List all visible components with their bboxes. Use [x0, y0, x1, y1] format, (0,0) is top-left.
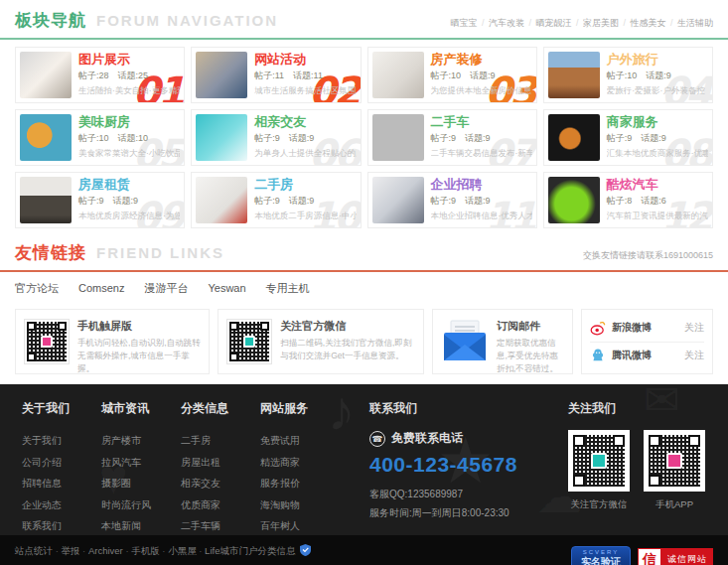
- forum-nav-top-links: 晒宝宝汽车改装晒宠靓汪家居美图性感美女生活辅助: [450, 17, 713, 30]
- forum-card[interactable]: 酷炫汽车 帖子:8话题:6 汽车前卫资讯提供最新的汽车 12: [543, 172, 713, 228]
- footer-link[interactable]: 关于我们: [22, 430, 101, 452]
- footer-link[interactable]: 相亲交友: [181, 473, 260, 494]
- mobile-version-box[interactable]: 手机触屏版 手机访问轻松,自动识别,自动跳转无需额外操作,城市信息一手掌握。: [15, 309, 210, 374]
- friend-link[interactable]: 漫游平台: [144, 282, 188, 294]
- friend-link[interactable]: Comsenz: [78, 282, 124, 294]
- forum-card-title[interactable]: 相亲交友: [254, 114, 356, 130]
- footer-link[interactable]: 时尚流行风: [101, 494, 181, 516]
- forum-card[interactable]: 房产装修 帖子:10话题:9 为您提供本地全新房价信息 03: [367, 47, 537, 103]
- app-footer-qr-logo: [666, 453, 682, 469]
- bottom-link[interactable]: 举报: [53, 545, 79, 556]
- forum-card[interactable]: 房屋租赁 帖子:9话题:9 本地优质房源经济信息·为您推荐 09: [15, 172, 185, 228]
- forum-card-posts-count: 帖子:10: [431, 71, 462, 80]
- info-boxes: 手机触屏版 手机访问轻松,自动识别,自动跳转无需额外操作,城市信息一手掌握。 关…: [15, 309, 713, 374]
- bottom-link[interactable]: Archiver: [79, 545, 122, 556]
- footer-columns: 关于我们 关于我们公司介绍招聘信息企业动态联系我们 城市资讯 房产楼市拉风汽车摄…: [22, 400, 340, 535]
- forum-card-topics-count: 话题:9: [289, 196, 315, 206]
- forum-card[interactable]: 美味厨房 帖子:10话题:10 美食家常菜谱大全·小吃饮品 05: [15, 109, 185, 166]
- forum-card-stats: 帖子:10话题:9: [607, 70, 705, 82]
- footer-link[interactable]: 招聘信息: [22, 473, 101, 494]
- footer-column-heading: 分类信息: [181, 400, 260, 417]
- footer-link[interactable]: 房产楼市: [101, 430, 181, 452]
- forum-card-title[interactable]: 房屋租赁: [78, 177, 180, 193]
- forum-card[interactable]: 户外旅行 帖子:10话题:9 爱旅行·爱摄影·户外装备控 04: [543, 47, 713, 103]
- forum-card-title[interactable]: 二手车: [431, 114, 532, 130]
- sina-weibo-follow-link[interactable]: 关注: [684, 321, 704, 335]
- sina-weibo-row[interactable]: 新浪微博 关注: [590, 314, 704, 342]
- forum-card[interactable]: 相亲交友 帖子:9话题:9 为单身人士提供全程贴心的服务 06: [191, 109, 361, 166]
- forum-card-thumbnail: [548, 177, 600, 223]
- forum-card-thumbnail: [372, 52, 424, 98]
- footer-link[interactable]: 服务报价: [260, 473, 340, 494]
- forum-card[interactable]: 网站活动 帖子:11话题:11 城市生活服务搞活社区氛围 02: [191, 47, 361, 103]
- forum-card-thumbnail: [548, 52, 600, 98]
- forum-card-description: 汇集本地优质商家服务·优惠信息: [607, 148, 708, 160]
- forum-card-posts-count: 帖子:9: [254, 196, 280, 206]
- bottom-link[interactable]: 小黑屋: [160, 545, 197, 556]
- footer-link[interactable]: 二手房: [181, 430, 260, 452]
- nav-top-link[interactable]: 家居美图: [571, 18, 619, 28]
- forum-card-stats: 帖子:9话题:9: [431, 132, 532, 145]
- wechat-box[interactable]: 关注官方微信 扫描二维码,关注我们官方微信,即刻与我们交流并Get一手信息资源。: [218, 309, 424, 374]
- tencent-weibo-label[interactable]: 腾讯微博: [612, 349, 652, 362]
- forum-card[interactable]: 企业招聘 帖子:9话题:9 本地企业招聘信息·优秀人才 11: [367, 172, 537, 228]
- bottom-link[interactable]: Life城市门户分类信息: [197, 545, 296, 556]
- footer-link[interactable]: 海淘购物: [260, 494, 340, 516]
- tencent-weibo-icon: [590, 348, 606, 363]
- tencent-weibo-row[interactable]: 腾讯微博 关注: [590, 342, 704, 370]
- shield-icon: [300, 544, 311, 556]
- friend-link[interactable]: 专用主机: [266, 282, 310, 294]
- bottom-link[interactable]: 手机版: [123, 545, 160, 556]
- forum-card-posts-count: 帖子:28: [78, 71, 109, 80]
- footer-column: 网站服务 免费试用精选商家服务报价海淘购物百年树人: [260, 400, 340, 535]
- forum-card[interactable]: 二手房 帖子:9话题:9 本地优质二手房源信息·中小户型 10: [191, 172, 361, 228]
- footer-link[interactable]: 优质商家: [181, 494, 260, 516]
- forum-card-title[interactable]: 二手房: [254, 177, 356, 193]
- nav-top-link[interactable]: 汽车改装: [477, 18, 524, 28]
- friend-link[interactable]: Yeswan: [208, 282, 245, 294]
- weibo-box: 新浪微博 关注 腾讯微博 关注: [581, 309, 713, 374]
- nav-top-link[interactable]: 晒宠靓汪: [524, 18, 572, 28]
- forum-card-title[interactable]: 图片展示: [78, 52, 180, 68]
- sina-weibo-label[interactable]: 新浪微博: [612, 321, 652, 335]
- footer-link[interactable]: 企业动态: [22, 494, 101, 516]
- footer-link[interactable]: 拉风汽车: [101, 452, 181, 474]
- forum-card-title[interactable]: 户外旅行: [607, 52, 705, 68]
- nav-top-link[interactable]: 性感美女: [619, 18, 666, 28]
- friend-links-note: 交换友情链接请联系1691000615: [583, 249, 713, 262]
- forum-card-description: 生活随拍·美女自拍·更多精彩: [78, 85, 180, 97]
- footer-link[interactable]: 百年树人: [260, 515, 340, 535]
- nav-top-link[interactable]: 晒宝宝: [450, 18, 477, 28]
- trust-site-badge[interactable]: 信 诚信网站: [638, 548, 713, 565]
- footer-link[interactable]: 摄影圈: [101, 473, 181, 494]
- footer-link[interactable]: 联系我们: [22, 515, 101, 535]
- footer-contact-section: 联系我们 ☎ 免费联系电话 400-123-45678 客服QQ:1235689…: [369, 400, 568, 535]
- mail-subscribe-box[interactable]: 订阅邮件 定期获取优惠信息,享受优先特惠折扣,不容错过。: [432, 309, 573, 374]
- forum-card-thumbnail: [372, 114, 424, 161]
- footer-link[interactable]: 房屋出租: [181, 452, 260, 474]
- footer-follow-heading: 关注我们: [568, 400, 727, 417]
- bottom-link[interactable]: 站点统计: [15, 545, 53, 556]
- footer-link[interactable]: 精选商家: [260, 452, 340, 474]
- forum-card-title[interactable]: 房产装修: [431, 52, 532, 68]
- forum-card-posts-count: 帖子:9: [254, 133, 280, 143]
- footer-link[interactable]: 免费试用: [260, 430, 340, 452]
- forum-card-title[interactable]: 酷炫汽车: [607, 177, 708, 193]
- realname-verify-badge[interactable]: SCVERY 实名验证: [571, 546, 631, 565]
- forum-card[interactable]: 图片展示 帖子:28话题:25 生活随拍·美女自拍·更多精彩 01: [15, 47, 185, 103]
- footer-link[interactable]: 公司介绍: [22, 452, 101, 474]
- forum-card-title[interactable]: 企业招聘: [431, 177, 532, 193]
- bottom-links: 站点统计举报Archiver手机版小黑屋Life城市门户分类信息: [15, 542, 311, 559]
- forum-card[interactable]: 二手车 帖子:9话题:9 二手车辆交易信息发布·新车资讯 07: [367, 109, 537, 166]
- forum-card-title[interactable]: 美味厨房: [78, 114, 180, 130]
- footer-link[interactable]: 二手车辆: [181, 515, 260, 535]
- friend-link[interactable]: 官方论坛: [15, 282, 59, 294]
- forum-card-posts-count: 帖子:9: [607, 133, 633, 143]
- forum-card[interactable]: 商家服务 帖子:9话题:9 汇集本地优质商家服务·优惠信息 08: [543, 109, 713, 166]
- forum-card-thumbnail: [196, 52, 247, 98]
- forum-card-title[interactable]: 网站活动: [254, 52, 356, 68]
- nav-top-link[interactable]: 生活辅助: [665, 18, 713, 28]
- tencent-weibo-follow-link[interactable]: 关注: [684, 349, 704, 362]
- forum-card-title[interactable]: 商家服务: [607, 114, 708, 130]
- footer-link[interactable]: 本地新闻: [101, 515, 181, 535]
